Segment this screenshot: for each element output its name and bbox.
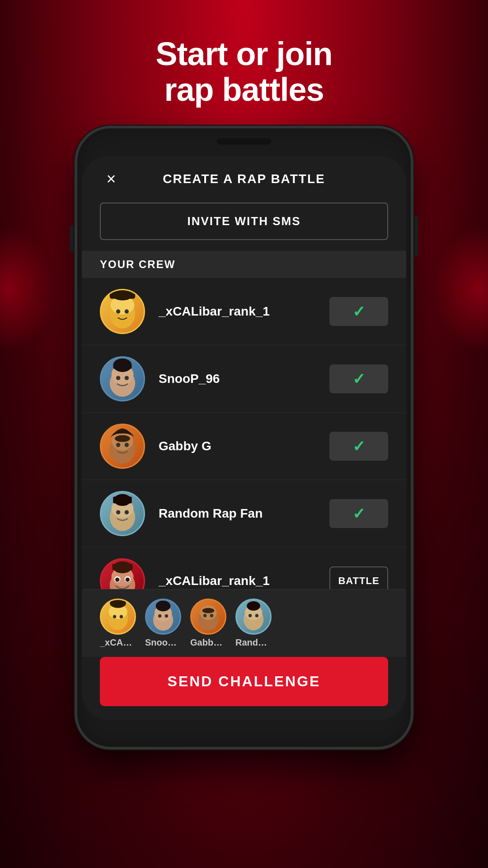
selected-avatar-image — [145, 599, 181, 635]
select-button[interactable]: ✓ — [329, 499, 388, 528]
selected-user: SnooP_96 — [145, 599, 181, 648]
avatar — [100, 289, 145, 334]
selected-users-bar: _xCALibar_r SnooP_96 — [82, 589, 406, 657]
svg-point-19 — [125, 510, 129, 514]
svg-rect-29 — [112, 564, 132, 570]
modal-header: × CREATE A RAP BATTLE — [82, 156, 406, 195]
selected-avatar-image — [235, 599, 272, 635]
close-button[interactable]: × — [100, 168, 122, 190]
svg-point-26 — [115, 578, 119, 582]
selected-avatar-image — [100, 599, 136, 635]
selected-username: Random Ra.. — [235, 637, 272, 648]
svg-point-48 — [255, 614, 258, 617]
list-item: Random Rap Fan ✓ — [82, 480, 406, 547]
username: _xCALibar_rank_1 — [159, 574, 329, 588]
svg-point-13 — [116, 443, 120, 447]
battle-label: BATTLE — [338, 575, 379, 587]
bg-decoration-left — [0, 226, 54, 353]
phone-button-right — [414, 216, 418, 257]
send-challenge-button[interactable]: SEND CHALLENGE — [100, 657, 388, 706]
check-icon: ✓ — [352, 437, 365, 455]
svg-point-37 — [158, 614, 161, 618]
svg-point-8 — [116, 376, 120, 380]
avatar — [100, 424, 145, 469]
avatar — [100, 558, 145, 589]
svg-point-39 — [156, 601, 171, 612]
selected-user: Random Ra.. — [235, 599, 272, 648]
username: Random Rap Fan — [159, 506, 329, 521]
invite-sms-button[interactable]: INVITE WITH SMS — [100, 203, 388, 240]
phone-button-left — [70, 225, 74, 252]
select-button[interactable]: ✓ — [329, 364, 388, 393]
selected-user: Gabby G — [190, 599, 226, 648]
svg-point-9 — [125, 376, 129, 380]
svg-rect-21 — [113, 497, 131, 504]
svg-point-2 — [116, 310, 120, 314]
selected-username: Gabby G — [190, 637, 226, 648]
username: SnooP_96 — [159, 372, 329, 386]
svg-point-33 — [120, 615, 123, 618]
svg-point-43 — [210, 614, 213, 617]
svg-point-32 — [113, 615, 116, 618]
selected-avatar-image — [190, 599, 226, 635]
svg-point-38 — [165, 614, 168, 618]
svg-point-49 — [247, 601, 260, 611]
username: _xCALibar_rank_1 — [159, 304, 329, 319]
page-header: Start or join rap battles — [155, 36, 332, 108]
svg-point-27 — [126, 578, 130, 582]
invite-section: INVITE WITH SMS — [82, 195, 406, 251]
selected-user: _xCALibar_r — [100, 599, 136, 648]
modal-title: CREATE A RAP BATTLE — [163, 172, 325, 186]
list-item: SnooP_96 ✓ — [82, 345, 406, 413]
your-crew-label: YOUR CREW — [82, 251, 406, 278]
page-title: Start or join rap battles — [155, 36, 332, 108]
bg-decoration-right — [434, 226, 488, 353]
phone-screen: × CREATE A RAP BATTLE INVITE WITH SMS YO… — [82, 156, 406, 720]
avatar — [100, 356, 145, 401]
select-button[interactable]: ✓ — [329, 432, 388, 461]
svg-rect-5 — [110, 292, 135, 299]
svg-point-44 — [202, 608, 215, 613]
title-line1: Start or join — [155, 36, 332, 72]
phone-wrapper: × CREATE A RAP BATTLE INVITE WITH SMS YO… — [75, 126, 413, 750]
close-icon: × — [106, 171, 116, 187]
select-button[interactable]: ✓ — [329, 297, 388, 326]
username: Gabby G — [159, 439, 329, 453]
list-item: _xCALibar_rank_1 BATTLE — [82, 547, 406, 589]
svg-point-47 — [249, 614, 252, 617]
selected-username: SnooP_96 — [145, 637, 181, 648]
check-icon: ✓ — [352, 370, 365, 388]
svg-point-14 — [125, 443, 129, 447]
check-icon: ✓ — [352, 505, 365, 523]
selected-username: _xCALibar_r — [100, 637, 136, 648]
svg-point-3 — [125, 310, 129, 314]
list-item: Gabby G ✓ — [82, 413, 406, 480]
list-item: _xCALibar_rank_1 ✓ — [82, 278, 406, 345]
avatar — [100, 491, 145, 536]
svg-point-42 — [203, 614, 206, 617]
title-line2: rap battles — [164, 71, 324, 108]
phone-speaker — [217, 138, 271, 145]
send-challenge-label: SEND CHALLENGE — [168, 673, 321, 689]
svg-point-15 — [115, 435, 130, 442]
check-icon: ✓ — [352, 302, 365, 321]
phone-shell: × CREATE A RAP BATTLE INVITE WITH SMS YO… — [75, 126, 413, 750]
crew-list: _xCALibar_rank_1 ✓ — [82, 278, 406, 589]
battle-button[interactable]: BATTLE — [329, 566, 388, 589]
svg-point-18 — [116, 510, 120, 514]
